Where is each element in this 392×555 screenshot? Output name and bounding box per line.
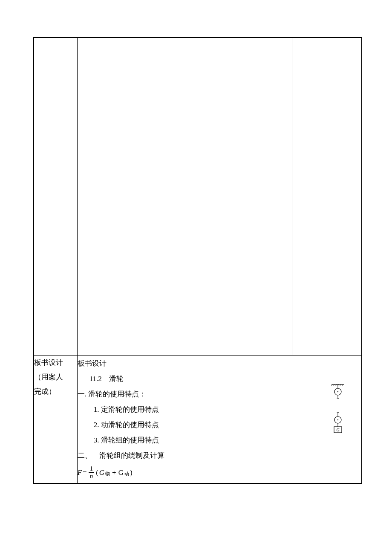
- section-heading: 二、 滑轮组的绕制及计算: [78, 448, 361, 463]
- chapter-title: 11.2 滑轮: [78, 372, 361, 386]
- movable-pulley-icon: G: [331, 412, 348, 434]
- section-heading: 一. 滑轮的使用特点：: [78, 387, 361, 402]
- blackboard-heading: 板书设计: [78, 356, 361, 371]
- fixed-pulley-icon: [331, 383, 348, 399]
- list-item: 1. 定滑轮的使用特点: [78, 402, 361, 417]
- fraction-numerator: 1: [89, 465, 95, 473]
- row-label-cell: 板书设计 （用案人 完成）: [34, 355, 77, 483]
- formula-eq: =: [83, 465, 87, 480]
- formula-lparen: (: [96, 465, 98, 480]
- formula: F = 1 n ( G 物 + G 动 ): [78, 465, 361, 480]
- blackboard-content-cell: 板书设计 11.2 滑轮 一. 滑轮的使用特点： 1. 定滑轮的使用特点 2. …: [77, 355, 362, 483]
- block-label: G: [336, 428, 339, 432]
- empty-cell: [292, 38, 333, 355]
- lesson-plan-table: 板书设计 （用案人 完成） 板书设计 11.2 滑轮 一. 滑轮的使用特点： 1…: [33, 37, 362, 484]
- row-label-line: 完成）: [34, 384, 77, 399]
- empty-cell: [333, 38, 362, 355]
- formula-plus: +: [112, 465, 116, 480]
- table-row-empty: [34, 38, 362, 355]
- formula-var-F: F: [78, 465, 82, 480]
- table-row-blackboard: 板书设计 （用案人 完成） 板书设计 11.2 滑轮 一. 滑轮的使用特点： 1…: [34, 355, 362, 483]
- row-label-line: 板书设计: [34, 356, 77, 370]
- formula-sub2: 动: [124, 469, 129, 478]
- pulley-diagrams: G: [331, 383, 348, 434]
- svg-point-13: [337, 419, 338, 420]
- empty-cell: [77, 38, 292, 355]
- formula-var-G2: G: [118, 465, 124, 480]
- fraction-denominator: n: [89, 473, 95, 480]
- list-item: 3. 滑轮组的使用特点: [78, 433, 361, 448]
- list-item: 2. 动滑轮的使用特点: [78, 418, 361, 432]
- svg-point-9: [337, 391, 338, 392]
- row-label-line: （用案人: [34, 370, 77, 384]
- formula-fraction: 1 n: [89, 465, 95, 480]
- formula-sub1: 物: [105, 469, 110, 478]
- empty-cell: [34, 38, 77, 355]
- formula-rparen: ): [130, 465, 133, 480]
- formula-var-G1: G: [99, 465, 104, 480]
